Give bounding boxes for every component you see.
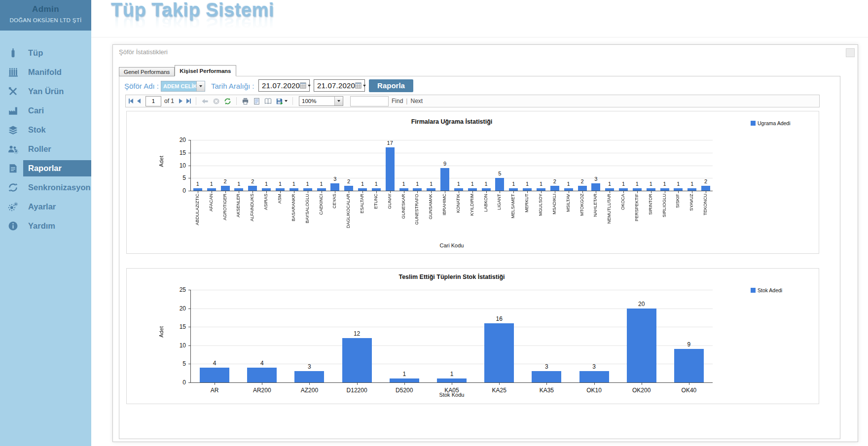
find-next-link[interactable]: Next: [410, 98, 423, 104]
x-axis-label: SIRLIOGLU: [662, 194, 668, 241]
x-axis-label: MELSAMET: [510, 194, 516, 241]
x-tick-mark: [594, 383, 595, 385]
bar-value-label: 2: [246, 178, 259, 184]
sync-icon: [6, 182, 20, 194]
x-axis-label: KONATIK: [456, 194, 462, 241]
x-axis-label: ASIRAS: [263, 194, 269, 241]
sidebar-item-layers[interactable]: Stok: [0, 120, 91, 139]
tab-kisisel-performans[interactable]: Kişisel Performans: [175, 65, 236, 76]
bar-value-label: 1: [397, 181, 411, 187]
chart-firm-visits: Firmalara Uğrama İstatistiğiUgrama Adedi…: [126, 111, 819, 254]
x-tick-mark: [266, 191, 267, 193]
stop-icon[interactable]: [213, 98, 220, 105]
sidebar-item-label: Yardım: [23, 218, 91, 234]
x-tick-mark: [376, 191, 377, 193]
bar: [495, 178, 504, 191]
performance-tabs: Genel PerformansKişisel Performans: [119, 65, 236, 76]
export-icon[interactable]: [276, 98, 288, 105]
close-icon[interactable]: [846, 48, 855, 57]
x-tick-mark: [452, 383, 452, 385]
back-icon[interactable]: [201, 98, 209, 105]
x-axis-label: PERSPEKTIF: [634, 194, 640, 241]
bar: [605, 188, 614, 191]
x-tick-mark: [499, 383, 500, 385]
x-tick-mark: [212, 191, 212, 193]
bar: [193, 188, 202, 191]
sidebar-item-label: Raporlar: [23, 160, 91, 176]
date-to-input[interactable]: 21.07.2020: [314, 79, 365, 92]
print-layout-icon[interactable]: [253, 98, 260, 105]
bar: [454, 188, 463, 191]
bar: [537, 188, 545, 191]
sidebar-item-sync[interactable]: Senkronizasyon: [0, 178, 91, 197]
x-tick-mark: [582, 191, 583, 193]
driver-select[interactable]: ADEM CELİK: [161, 81, 205, 92]
search-input[interactable]: [350, 96, 389, 106]
x-axis-label: MSILTAV: [566, 194, 572, 241]
x-tick-mark: [349, 191, 349, 193]
bar: [532, 371, 561, 382]
sidebar-item-factory[interactable]: Cari: [0, 101, 91, 120]
sidebar-item-tube[interactable]: Tüp: [0, 43, 91, 63]
bar: [276, 188, 285, 191]
page-number-input[interactable]: [145, 96, 161, 106]
zoom-select[interactable]: 100%: [299, 96, 343, 106]
bar-value-label: 2: [699, 178, 713, 184]
last-page-icon[interactable]: [186, 99, 191, 103]
x-tick-mark: [335, 191, 335, 193]
tab-genel-performans[interactable]: Genel Performans: [119, 67, 175, 76]
tools-icon: [6, 86, 20, 98]
x-axis-label: OKOCA: [620, 194, 626, 241]
tab-content: Şöför Adı : ADEM CELİK Tarih Aralığı : 2…: [119, 76, 840, 439]
sidebar-item-tools[interactable]: Yan Ürün: [0, 82, 91, 101]
zoom-dropdown-icon[interactable]: [334, 97, 343, 105]
calendar-icon[interactable]: [300, 82, 313, 89]
bar: [509, 188, 518, 191]
report-toolbar: of 1 100%: [125, 95, 820, 107]
x-axis-label: CEYAS: [332, 194, 338, 241]
refresh-icon[interactable]: [224, 98, 231, 105]
x-tick-mark: [486, 191, 487, 193]
bar: [294, 371, 324, 382]
x-tick-mark: [253, 191, 253, 193]
sidebar-item-gears[interactable]: Ayarlar: [0, 197, 91, 216]
bar-value-label: 1: [452, 181, 466, 187]
driver-name-label: Şöför Adı :: [124, 82, 159, 90]
x-axis-label: ASM: [277, 194, 283, 241]
x-tick-mark: [225, 191, 226, 193]
chart-legend: Stok Adedi: [751, 287, 782, 293]
chevron-down-icon[interactable]: [196, 81, 205, 91]
y-tick-label: 20: [170, 305, 186, 312]
first-page-icon[interactable]: [129, 99, 133, 103]
calendar-icon[interactable]: [355, 82, 368, 89]
bar: [687, 188, 696, 191]
report-button[interactable]: Raporla: [369, 79, 413, 92]
sidebar-item-users-gear[interactable]: Roller: [0, 139, 91, 159]
x-axis-label: SYAVUZ: [689, 194, 695, 241]
y-tick-label: 0: [170, 379, 186, 386]
bar-value-label: 1: [191, 181, 205, 187]
x-axis-label: NEMUTLUTAR: [607, 194, 613, 241]
sidebar-item-manifold[interactable]: Manifold: [0, 63, 91, 82]
sidebar-item-report[interactable]: Raporlar: [0, 159, 91, 178]
previous-page-icon[interactable]: [137, 99, 141, 103]
next-page-icon[interactable]: [179, 99, 182, 103]
bar: [262, 188, 271, 191]
y-tick-label: 25: [170, 286, 186, 293]
find-link[interactable]: Find: [392, 98, 403, 104]
x-tick-mark: [280, 191, 281, 193]
x-tick-mark: [596, 191, 596, 193]
legend-label: Ugrama Adedi: [758, 120, 791, 126]
x-axis-label: MERKUT: [524, 194, 530, 241]
sidebar-item-info[interactable]: Yardım: [0, 216, 91, 236]
print-icon[interactable]: [242, 98, 249, 105]
app-logo: Tüp Takip Sistemi Tüp Takip Sistemi: [111, 0, 274, 34]
page-setup-icon[interactable]: [264, 98, 272, 105]
bar: [200, 368, 229, 382]
bar: [579, 371, 609, 382]
date-from-input[interactable]: 21.07.2020: [258, 79, 310, 92]
bar-value-label: 1: [369, 181, 383, 187]
sidebar-header: Admin DOĞAN OKSİJEN LTD ŞTİ: [0, 0, 91, 31]
date-from-value: 21.07.2020: [259, 81, 300, 90]
gridline: [191, 178, 713, 178]
